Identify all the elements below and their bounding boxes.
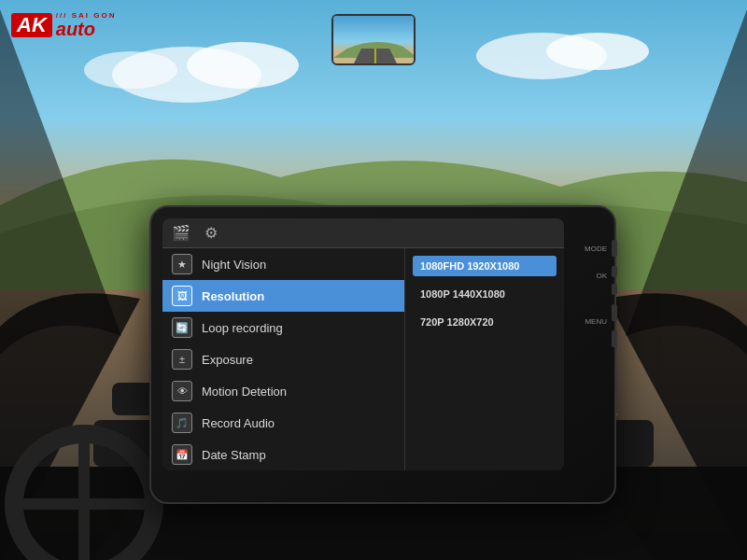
menu-item-resolution[interactable]: 🖼 Resolution — [162, 280, 404, 312]
menu-ui: 🎬 ⚙ ★ Night Vision 🖼 Resolution — [162, 218, 564, 470]
motion-detetion-label: Motion Detetion — [202, 385, 287, 399]
logo: AK /// SAI GON auto — [11, 11, 116, 38]
motion-detetion-icon: 👁 — [172, 381, 192, 401]
settings-tab-icon[interactable]: ⚙ — [204, 224, 218, 242]
mode-button-label: MODE — [585, 245, 607, 253]
exposure-icon: ± — [172, 349, 192, 370]
svg-rect-17 — [78, 431, 90, 560]
video-tab-icon[interactable]: 🎬 — [172, 224, 190, 242]
svg-point-5 — [546, 33, 649, 70]
menu-item-date-stamp[interactable]: 📅 Date Stamp — [162, 439, 404, 470]
resolution-720p-text: 720P 1280X720 — [420, 316, 494, 328]
loop-recording-icon: 🔄 — [172, 317, 192, 338]
menu-item-loop-recording[interactable]: 🔄 Loop recording — [162, 312, 404, 343]
menu-item-motion-detetion[interactable]: 👁 Motion Detetion — [162, 375, 404, 407]
menu-left: ★ Night Vision 🖼 Resolution 🔄 Loop recor… — [162, 248, 405, 470]
down-button[interactable] — [612, 284, 617, 295]
date-stamp-icon: 📅 — [172, 444, 192, 465]
mode-button[interactable] — [612, 240, 617, 257]
svg-point-3 — [84, 51, 177, 89]
menu-item-exposure[interactable]: ± Exposure — [162, 343, 404, 375]
loop-recording-label: Loop recording — [202, 321, 283, 335]
exposure-label: Exposure — [202, 353, 253, 367]
menu-button[interactable] — [612, 330, 617, 347]
record-audio-icon: 🎵 — [172, 413, 192, 433]
menu-right: 1080FHD 1920X1080 1080P 1440X1080 720P 1… — [405, 248, 564, 470]
ok-button[interactable] — [612, 304, 617, 321]
up-button[interactable] — [612, 266, 617, 277]
device-screen: 🎬 ⚙ ★ Night Vision 🖼 Resolution — [162, 218, 564, 470]
menu-item-record-audio[interactable]: 🎵 Record Audio — [162, 407, 404, 439]
menu-item-night-vision[interactable]: ★ Night Vision — [162, 248, 404, 280]
resolution-1080p-text: 1080P 1440X1080 — [420, 288, 505, 300]
resolution-label: Resolution — [202, 289, 264, 303]
mini-camera-screen — [333, 16, 414, 63]
ok-button-label: OK — [585, 272, 607, 280]
night-vision-label: Night Vision — [202, 258, 266, 272]
dashcam-device: 🎬 ⚙ ★ Night Vision 🖼 Resolution — [149, 205, 616, 504]
logo-saigon-auto: /// SAI GON auto — [56, 11, 117, 38]
resolution-1080fhd-text: 1080FHD 1920X1080 — [420, 260, 519, 272]
logo-ak-text: AK — [11, 13, 52, 37]
resolution-icon: 🖼 — [172, 286, 192, 306]
mini-camera-preview — [331, 14, 416, 65]
menu-button-label: MENU — [585, 317, 607, 326]
date-stamp-label: Date Stamp — [202, 448, 266, 462]
resolution-option-1080p[interactable]: 1080P 1440X1080 — [413, 284, 557, 304]
svg-point-2 — [187, 42, 299, 89]
menu-header: 🎬 ⚙ — [162, 218, 564, 248]
resolution-option-1080fhd[interactable]: 1080FHD 1920X1080 — [413, 256, 557, 276]
record-audio-label: Record Audio — [202, 416, 275, 430]
resolution-option-720p[interactable]: 720P 1280X720 — [413, 312, 557, 332]
menu-body: ★ Night Vision 🖼 Resolution 🔄 Loop recor… — [162, 248, 564, 470]
night-vision-icon: ★ — [172, 254, 192, 274]
logo-auto-text: auto — [56, 20, 117, 38]
